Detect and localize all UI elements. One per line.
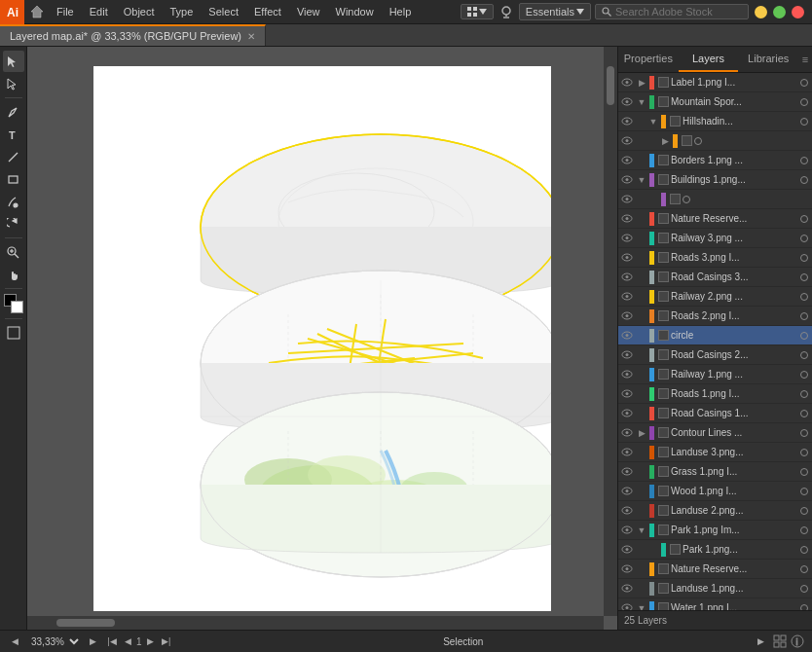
layer-row[interactable]: ▶: [618, 131, 812, 151]
layer-checkbox[interactable]: [658, 388, 669, 399]
layer-row[interactable]: Landuse 2.png...: [618, 501, 812, 521]
layer-checkbox[interactable]: [658, 330, 669, 341]
layer-row[interactable]: Roads 1.png I...: [618, 384, 812, 404]
layer-visibility-icon[interactable]: [618, 501, 636, 521]
layer-visibility-icon[interactable]: [618, 598, 636, 611]
layer-target-circle[interactable]: [800, 79, 808, 87]
layer-target-circle[interactable]: [800, 371, 808, 379]
layer-row[interactable]: Road Casings 2...: [618, 345, 812, 365]
layer-row[interactable]: circle: [618, 326, 812, 345]
layer-target-circle[interactable]: [800, 176, 808, 184]
layer-row[interactable]: ▶ Contour Lines ...: [618, 423, 812, 443]
layer-row[interactable]: ▼ Hillshadin...: [618, 112, 812, 131]
layer-target-circle[interactable]: [800, 98, 808, 106]
direct-select-tool[interactable]: [3, 73, 24, 94]
layer-checkbox[interactable]: [658, 310, 669, 321]
layer-expand-toggle[interactable]: ▶: [636, 423, 647, 443]
layer-checkbox[interactable]: [658, 505, 669, 516]
home-button[interactable]: [24, 0, 49, 24]
layer-row[interactable]: Borders 1.png ...: [618, 151, 812, 170]
layer-target-circle[interactable]: [800, 410, 808, 417]
layer-target-circle[interactable]: [800, 546, 808, 554]
page-next[interactable]: ▶: [144, 634, 158, 648]
rotate-tool[interactable]: [3, 213, 24, 235]
h-scroll-thumb[interactable]: [56, 619, 115, 627]
layer-visibility-icon[interactable]: [618, 579, 636, 598]
layer-target-circle[interactable]: [800, 488, 808, 495]
layer-row[interactable]: Roads 3.png I...: [618, 248, 812, 268]
layer-expand-toggle[interactable]: ▼: [636, 170, 647, 190]
layer-expand-toggle[interactable]: ▶: [636, 73, 647, 92]
layer-checkbox[interactable]: [658, 466, 669, 477]
layer-checkbox[interactable]: [658, 233, 669, 243]
canvas-area[interactable]: [27, 47, 617, 630]
layer-row[interactable]: [618, 190, 812, 209]
layer-expand-toggle[interactable]: ▶: [659, 131, 671, 151]
layer-visibility-icon[interactable]: [618, 560, 636, 579]
layer-row[interactable]: ▼ Park 1.png Im...: [618, 521, 812, 540]
select-tool[interactable]: [3, 51, 24, 72]
layer-visibility-icon[interactable]: [618, 307, 636, 326]
layer-checkbox[interactable]: [658, 213, 669, 224]
layer-checkbox[interactable]: [658, 408, 669, 418]
menu-help[interactable]: Help: [382, 0, 420, 23]
menu-file[interactable]: File: [49, 0, 82, 23]
menu-window[interactable]: Window: [328, 0, 382, 23]
layer-checkbox[interactable]: [658, 427, 669, 438]
layer-target-circle[interactable]: [800, 565, 808, 573]
layer-checkbox[interactable]: [658, 291, 669, 302]
layer-expand-toggle[interactable]: ▼: [636, 598, 647, 611]
bulb-icon[interactable]: [498, 3, 515, 20]
tab-close-button[interactable]: ✕: [247, 31, 255, 42]
layer-row[interactable]: Nature Reserve...: [618, 560, 812, 579]
layer-visibility-icon[interactable]: [618, 345, 636, 365]
layer-expand-toggle[interactable]: ▼: [636, 521, 647, 540]
layer-row[interactable]: Wood 1.png I...: [618, 482, 812, 501]
layer-target-circle[interactable]: [800, 351, 808, 359]
zoom-nav-prev[interactable]: ◀: [8, 634, 21, 648]
layer-visibility-icon[interactable]: [618, 229, 636, 248]
zoom-tool[interactable]: [3, 241, 24, 263]
layer-visibility-icon[interactable]: [618, 404, 636, 423]
screen-mode-button[interactable]: [3, 322, 24, 344]
layer-row[interactable]: ▶ Label 1.png I...: [618, 73, 812, 92]
layer-visibility-icon[interactable]: [618, 365, 636, 384]
layer-target-circle[interactable]: [800, 526, 808, 534]
document-tab[interactable]: Layered map.ai* @ 33,33% (RGB/GPU Previe…: [0, 24, 266, 46]
layer-visibility-icon[interactable]: [618, 170, 636, 190]
layer-target-circle[interactable]: [800, 273, 808, 281]
layer-checkbox[interactable]: [658, 155, 669, 165]
arrange-button[interactable]: [461, 4, 494, 19]
minimize-button[interactable]: [755, 6, 767, 18]
layer-target-circle[interactable]: [800, 235, 808, 242]
layer-target-circle[interactable]: [800, 332, 808, 340]
layer-visibility-icon[interactable]: [618, 73, 636, 92]
layer-visibility-icon[interactable]: [618, 248, 636, 268]
layer-target-circle[interactable]: [800, 390, 808, 398]
layer-visibility-icon[interactable]: [618, 287, 636, 307]
vertical-scrollbar[interactable]: [604, 47, 617, 616]
layer-row[interactable]: ▼ Water 1.png I...: [618, 598, 812, 610]
brush-tool[interactable]: [3, 191, 24, 212]
layer-visibility-icon[interactable]: [618, 443, 636, 462]
layer-target-circle[interactable]: [683, 196, 690, 203]
layer-visibility-icon[interactable]: [618, 423, 636, 443]
page-last[interactable]: ▶|: [160, 634, 173, 648]
layer-checkbox[interactable]: [670, 116, 681, 127]
layers-list[interactable]: ▶ Label 1.png I... ▼ Mountain Spor...: [618, 73, 812, 610]
menu-type[interactable]: Type: [163, 0, 202, 23]
layer-row[interactable]: Railway 1.png ...: [618, 365, 812, 384]
layer-checkbox[interactable]: [658, 174, 669, 185]
essentials-button[interactable]: Essentials: [519, 3, 591, 20]
line-tool[interactable]: [3, 146, 24, 167]
layer-row[interactable]: Landuse 3.png...: [618, 443, 812, 462]
layer-checkbox[interactable]: [658, 602, 669, 610]
menu-view[interactable]: View: [289, 0, 328, 23]
layer-row[interactable]: Nature Reserve...: [618, 209, 812, 229]
layer-checkbox[interactable]: [658, 583, 669, 594]
layer-checkbox[interactable]: [670, 194, 681, 204]
layer-row[interactable]: Road Casings 3...: [618, 268, 812, 287]
layer-row[interactable]: Railway 3.png ...: [618, 229, 812, 248]
layer-target-circle[interactable]: [800, 507, 808, 515]
layer-target-circle[interactable]: [694, 137, 702, 145]
